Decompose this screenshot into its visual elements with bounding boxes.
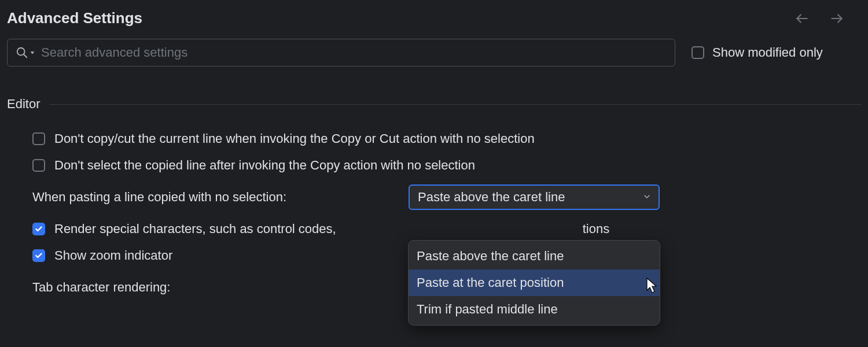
render-special-chars-label-before: Render special characters, such as contr… — [54, 222, 336, 237]
chevron-down-icon — [642, 190, 652, 205]
paste-mode-dropdown[interactable]: Paste above the caret line — [409, 184, 660, 210]
section-title-editor: Editor — [7, 97, 40, 112]
show-zoom-indicator-label: Show zoom indicator — [54, 248, 172, 263]
paste-mode-option-caret[interactable]: Paste at the caret position — [409, 270, 660, 296]
paste-mode-value: Paste above the caret line — [418, 190, 565, 205]
search-input[interactable] — [41, 45, 667, 60]
show-zoom-indicator-checkbox[interactable] — [32, 249, 45, 262]
chevron-down-icon — [30, 50, 35, 56]
mouse-cursor-icon — [646, 278, 659, 297]
dont-select-copied-label: Don't select the copied line after invok… — [54, 158, 475, 173]
render-special-chars-label-after: tions — [583, 222, 609, 237]
paste-mode-label: When pasting a line copied with no selec… — [32, 190, 409, 205]
show-modified-only-checkbox[interactable] — [692, 46, 704, 59]
search-field-container[interactable] — [7, 39, 675, 67]
nav-forward-button[interactable] — [829, 10, 845, 27]
section-divider — [49, 104, 861, 105]
tab-rendering-label: Tab character rendering: — [32, 280, 409, 295]
dont-select-copied-checkbox[interactable] — [32, 159, 45, 172]
paste-mode-option-above[interactable]: Paste above the caret line — [409, 243, 660, 270]
arrow-right-icon — [829, 11, 844, 26]
svg-line-3 — [24, 54, 27, 57]
page-title: Advanced Settings — [7, 9, 142, 27]
svg-marker-4 — [31, 51, 35, 54]
paste-mode-dropdown-list: Paste above the caret line Paste at the … — [408, 240, 660, 326]
render-special-chars-checkbox[interactable] — [32, 223, 45, 235]
arrow-left-icon — [795, 11, 810, 26]
nav-back-button[interactable] — [794, 10, 810, 27]
dont-copy-cut-label: Don't copy/cut the current line when inv… — [54, 131, 535, 146]
dont-copy-cut-checkbox[interactable] — [32, 132, 45, 145]
show-modified-only-label: Show modified only — [712, 45, 823, 60]
search-icon — [16, 46, 35, 59]
paste-mode-option-trim[interactable]: Trim if pasted middle line — [409, 296, 660, 323]
